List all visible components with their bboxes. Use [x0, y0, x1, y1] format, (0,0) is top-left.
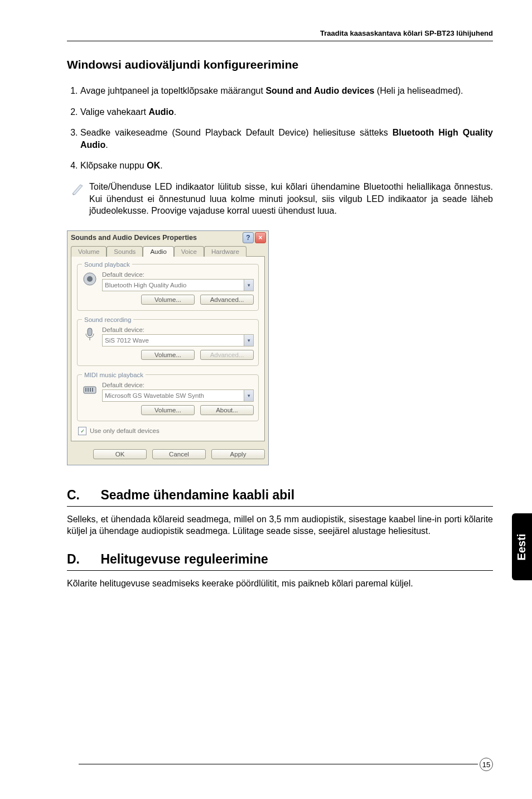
note-text: Toite/Ühenduse LED indikaator lülitub si…	[89, 181, 493, 217]
tab-volume[interactable]: Volume	[71, 246, 107, 257]
step-1-pre: Avage juhtpaneel ja topeltklõpsake määra…	[80, 86, 265, 95]
help-button[interactable]: ?	[243, 232, 254, 243]
svg-rect-8	[92, 388, 93, 392]
recording-advanced-button[interactable]: Advanced...	[200, 350, 254, 360]
audio-properties-dialog: Sounds and Audio Devices Properties ? × …	[67, 230, 269, 465]
svg-point-1	[87, 276, 93, 282]
step-3-post: .	[105, 140, 108, 150]
playback-device-combo[interactable]: ▾	[102, 279, 254, 291]
midi-volume-button[interactable]: Volume...	[141, 405, 195, 415]
playback-volume-button[interactable]: Volume...	[141, 295, 195, 305]
recording-device-value[interactable]	[103, 335, 244, 346]
svg-rect-2	[88, 328, 92, 336]
tab-voice[interactable]: Voice	[174, 246, 204, 257]
playback-legend: Sound playback	[82, 261, 132, 268]
close-button[interactable]: ×	[255, 232, 266, 243]
step-4: Klõpsake nuppu OK.	[80, 160, 493, 172]
section-d-letter: D.	[67, 552, 97, 567]
page-number: 15	[480, 758, 493, 771]
recording-volume-button[interactable]: Volume...	[141, 350, 195, 360]
tab-sounds[interactable]: Sounds	[107, 246, 143, 257]
section-d-body: Kõlarite helitugevuse seadmiseks keerake…	[67, 577, 493, 590]
playback-advanced-button[interactable]: Advanced...	[200, 295, 254, 305]
midi-device-value[interactable]	[103, 390, 244, 401]
section-d-heading: D. Helitugevuse reguleerimine	[67, 552, 493, 571]
step-3: Seadke vaikeseadme (Sound Playback Defau…	[80, 127, 493, 151]
midi-playback-group: MIDI music playback D	[77, 372, 259, 421]
section-c-heading: C. Seadme ühendamine kaabli abil	[67, 488, 493, 507]
svg-rect-6	[88, 388, 89, 392]
step-2-pre: Valige vahekaart	[80, 107, 148, 117]
midi-legend: MIDI music playback	[82, 372, 146, 378]
svg-rect-7	[90, 388, 91, 392]
step-2: Valige vahekaart Audio.	[80, 106, 493, 118]
section-c-body: Selleks, et ühendada kõlareid seadmega, …	[67, 513, 493, 537]
ok-button[interactable]: OK	[93, 449, 147, 459]
recording-device-combo[interactable]: ▾	[102, 334, 254, 346]
step-4-post: .	[160, 161, 162, 170]
svg-rect-5	[85, 388, 86, 392]
sound-recording-group: Sound recording Default device:	[77, 316, 259, 366]
step-4-bold: OK	[147, 161, 160, 170]
note-icon	[67, 181, 89, 198]
step-1-bold: Sound and Audio devices	[265, 86, 374, 95]
language-side-tab: Eesti	[512, 513, 532, 580]
step-1-post: (Heli ja heliseadmed).	[374, 86, 463, 95]
step-3-pre: Seadke vaikeseadme (Sound Playback Defau…	[80, 128, 393, 137]
step-1: Avage juhtpaneel ja topeltklõpsake määra…	[80, 85, 493, 97]
cancel-button[interactable]: Cancel	[152, 449, 206, 459]
running-header: Traadita kaasaskantava kõlari SP-BT23 lü…	[67, 29, 493, 41]
section-d-title: Helitugevuse reguleerimine	[100, 552, 268, 566]
midi-about-button[interactable]: About...	[200, 405, 254, 415]
sound-playback-group: Sound playback Default device:	[77, 261, 259, 311]
recording-legend: Sound recording	[82, 316, 133, 323]
steps-list: Avage juhtpaneel ja topeltklõpsake määra…	[67, 85, 493, 172]
step-2-post: .	[174, 107, 176, 117]
playback-label: Default device:	[102, 271, 254, 278]
speaker-icon	[82, 271, 98, 287]
midi-label: Default device:	[102, 382, 254, 388]
tab-audio[interactable]: Audio	[143, 246, 173, 257]
use-default-label: Use only default devices	[90, 427, 159, 434]
section-c-letter: C.	[67, 488, 97, 503]
midi-icon	[82, 382, 98, 397]
tab-hardware[interactable]: Hardware	[204, 246, 246, 257]
dialog-tabs: Volume Sounds Audio Voice Hardware	[67, 244, 268, 256]
chevron-down-icon[interactable]: ▾	[244, 335, 253, 346]
section-c-title: Seadme ühendamine kaabli abil	[100, 488, 294, 502]
dialog-title: Sounds and Audio Devices Properties	[71, 234, 197, 242]
recording-label: Default device:	[102, 326, 254, 333]
step-4-pre: Klõpsake nuppu	[80, 161, 147, 170]
microphone-icon	[82, 326, 98, 342]
apply-button[interactable]: Apply	[211, 449, 265, 459]
step-2-bold: Audio	[148, 107, 173, 117]
section-a-title: Windowsi audioväljundi konfigureerimine	[67, 58, 493, 71]
use-default-checkbox[interactable]: ✓	[78, 427, 86, 435]
midi-device-combo[interactable]: ▾	[102, 389, 254, 402]
chevron-down-icon[interactable]: ▾	[244, 280, 253, 291]
chevron-down-icon[interactable]: ▾	[244, 390, 253, 401]
playback-device-value[interactable]	[103, 280, 244, 291]
language-label: Eesti	[516, 533, 529, 560]
